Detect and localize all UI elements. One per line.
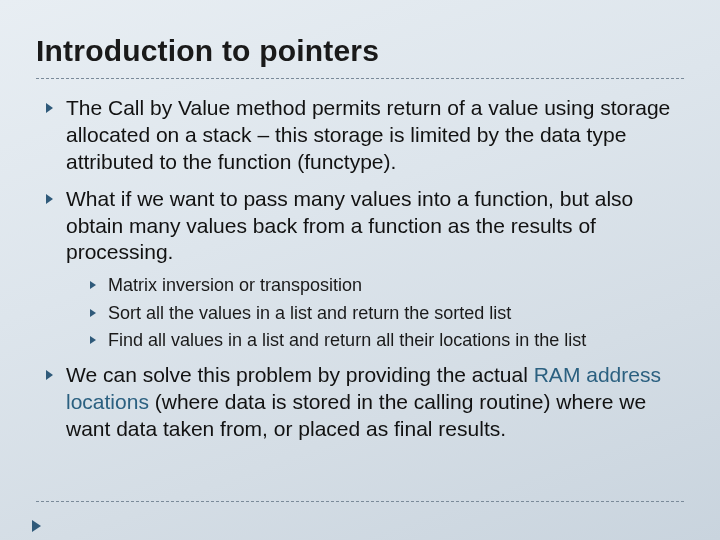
bullet-text: Find all values in a list and return all… (108, 330, 586, 350)
bullet-text-pre: We can solve this problem by providing t… (66, 363, 534, 386)
slide-title: Introduction to pointers (36, 34, 684, 68)
sub-bullet-item: Sort all the values in a list and return… (86, 302, 678, 325)
bullet-text: Matrix inversion or transposition (108, 275, 362, 295)
bullet-item: The Call by Value method permits return … (42, 95, 678, 176)
bullet-item: What if we want to pass many values into… (42, 186, 678, 353)
sub-bullet-list: Matrix inversion or transposition Sort a… (86, 274, 678, 352)
corner-arrow-icon (32, 520, 41, 532)
sub-bullet-item: Find all values in a list and return all… (86, 329, 678, 352)
slide: Introduction to pointers The Call by Val… (0, 0, 720, 540)
bullet-text-post: (where data is stored in the calling rou… (66, 390, 646, 440)
sub-bullet-item: Matrix inversion or transposition (86, 274, 678, 297)
divider-bottom (36, 501, 684, 502)
bullet-list: The Call by Value method permits return … (36, 95, 684, 443)
bullet-item: We can solve this problem by providing t… (42, 362, 678, 443)
divider-top (36, 78, 684, 79)
bullet-text: Sort all the values in a list and return… (108, 303, 511, 323)
bullet-text: The Call by Value method permits return … (66, 96, 670, 173)
bullet-text: What if we want to pass many values into… (66, 187, 633, 264)
